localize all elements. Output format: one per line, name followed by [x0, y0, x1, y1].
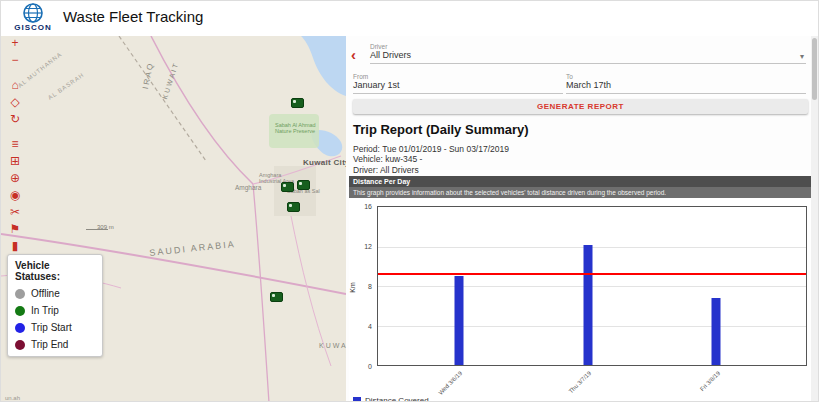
chart-y-ticks: 0481216 — [349, 206, 375, 366]
extent-button[interactable]: ◇ — [7, 95, 23, 110]
app-window: GISCON Waste Fleet Tracking AL MUTHANNAA… — [0, 0, 819, 402]
vehicle-marker[interactable] — [270, 292, 283, 302]
map-label: Sabah Al Ahmad Nature Preserve — [275, 122, 327, 134]
chevron-down-icon: ▾ — [800, 52, 804, 61]
x-tick-label: Thu 3/7/19 — [567, 370, 592, 395]
generate-report-button[interactable]: GENERATE REPORT — [353, 99, 808, 114]
chart-body: Km 0481216 Wed 3/6/19Thu 3/7/19Fri 3/8/1… — [349, 198, 813, 402]
bookmark-button[interactable]: ▮ — [7, 239, 23, 254]
map-label: KUWAIT — [319, 342, 347, 349]
status-label: Offline — [31, 288, 60, 299]
vehicle-marker[interactable] — [281, 182, 294, 192]
chart-plot-area — [377, 206, 807, 366]
chart-x-ticks: Wed 3/6/19Thu 3/7/19Fri 3/8/19 — [377, 368, 807, 394]
status-dot — [15, 340, 25, 350]
page-scrollbar[interactable] — [811, 36, 818, 402]
legend-item: Trip Start — [15, 322, 95, 333]
y-tick-label: 4 — [368, 323, 372, 330]
from-field-value: January 1st — [353, 80, 563, 90]
logo-text: GISCON — [11, 23, 55, 32]
chart-bar[interactable] — [455, 276, 464, 365]
report-vehicle: Vehicle: kuw-345 - — [353, 154, 509, 164]
legend-item: In Trip — [15, 305, 95, 316]
vehicle-status-legend-items: OfflineIn TripTrip StartTrip End — [15, 288, 95, 350]
print-button[interactable]: ⊞ — [7, 154, 23, 169]
legend-item: Trip End — [15, 339, 95, 350]
to-field-value: March 17th — [566, 80, 806, 90]
chart-subtitle: This graph provides information about th… — [349, 187, 813, 198]
home-button[interactable]: ⌂ — [7, 78, 23, 93]
chart-bar[interactable] — [583, 245, 592, 365]
map-label: Amghara — [235, 184, 261, 191]
layers-button[interactable]: ≡ — [7, 137, 23, 152]
vehicle-marker[interactable] — [291, 98, 304, 108]
chart-bar[interactable] — [712, 298, 721, 365]
page-title: Waste Fleet Tracking — [63, 8, 203, 25]
status-dot — [15, 289, 25, 299]
chart-legend: Distance Covered — [353, 396, 429, 402]
driver-select[interactable]: Driver All Drivers ▾ — [370, 43, 806, 64]
vehicle-marker[interactable] — [287, 202, 300, 212]
locate-button[interactable]: ◉ — [7, 188, 23, 203]
page-scrollbar-thumb[interactable] — [812, 38, 817, 100]
y-tick-label: 12 — [364, 243, 372, 250]
refresh-button[interactable]: ↻ — [7, 112, 23, 127]
report-period: Period: Tue 01/01/2019 - Sun 03/17/2019 — [353, 144, 509, 154]
y-tick-label: 0 — [368, 363, 372, 370]
chart-title: Distance Per Day — [349, 176, 813, 187]
giscon-logo: GISCON — [11, 3, 55, 32]
flag-button[interactable]: ⚑ — [7, 222, 23, 237]
globe-icon — [11, 3, 55, 23]
map-attribution: un.ah — [5, 395, 20, 401]
status-label: In Trip — [31, 305, 59, 316]
map-scale: 309 m — [97, 224, 114, 230]
map-toolbar: +−⌂◇↻≡⊞⊕◉✂⚑▮ — [7, 36, 25, 256]
report-driver: Driver: All Drivers — [353, 165, 509, 175]
legend-label: Distance Covered — [365, 396, 429, 402]
app-header: GISCON Waste Fleet Tracking — [1, 1, 819, 37]
y-tick-label: 16 — [364, 203, 372, 210]
driver-field-label: Driver — [370, 43, 806, 50]
legend-swatch — [353, 397, 361, 402]
zoom-out-button[interactable]: − — [7, 53, 23, 68]
vehicle-marker[interactable] — [297, 180, 310, 190]
status-dot — [15, 306, 25, 316]
vehicle-status-legend-title: Vehicle Statuses: — [15, 260, 95, 282]
vehicle-status-legend: Vehicle Statuses: OfflineIn TripTrip Sta… — [7, 254, 103, 357]
measure-button[interactable]: ✂ — [7, 205, 23, 220]
zoom-in-button[interactable]: + — [7, 36, 23, 51]
map-scale-bar — [86, 229, 108, 230]
status-dot — [15, 323, 25, 333]
driver-field-value: All Drivers — [370, 50, 806, 60]
report-title: Trip Report (Daily Summary) — [353, 122, 529, 137]
basemap-button[interactable]: ⊕ — [7, 171, 23, 186]
back-button[interactable]: ‹ — [351, 48, 356, 62]
x-tick-label: Wed 3/6/19 — [437, 370, 463, 396]
status-label: Trip Start — [31, 322, 72, 333]
x-tick-label: Fri 3/8/19 — [699, 370, 721, 392]
distance-chart: Distance Per Day This graph provides inf… — [349, 176, 813, 402]
report-meta: Period: Tue 01/01/2019 - Sun 03/17/2019 … — [353, 144, 509, 175]
y-tick-label: 8 — [368, 283, 372, 290]
to-date-field[interactable]: To March 17th — [566, 73, 806, 94]
reference-line — [378, 273, 806, 275]
map-label: Kuwait City — [303, 158, 347, 167]
report-panel: ‹ Driver All Drivers ▾ From January 1st … — [346, 36, 819, 402]
status-label: Trip End — [31, 339, 68, 350]
from-field-label: From — [353, 73, 563, 80]
from-date-field[interactable]: From January 1st — [353, 73, 563, 94]
to-field-label: To — [566, 73, 806, 80]
legend-item: Offline — [15, 288, 95, 299]
